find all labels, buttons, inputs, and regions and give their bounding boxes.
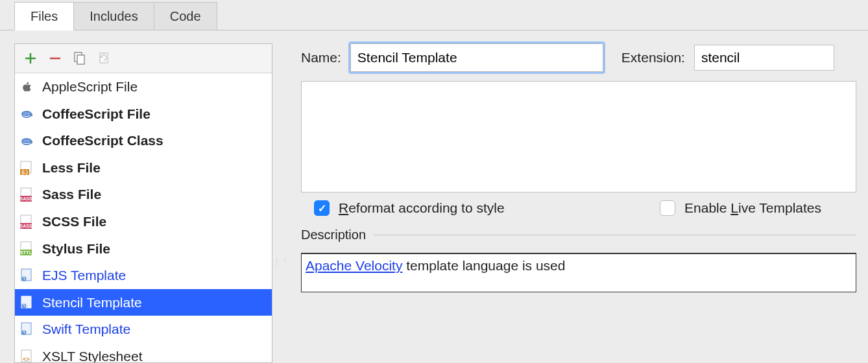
xslt-icon: <>: [19, 348, 36, 362]
sass-icon: SASS: [19, 186, 36, 203]
live-templates-checkbox[interactable]: [660, 200, 675, 216]
live-templates-label: Enable Live Templates: [684, 200, 821, 216]
description-text: template language is used: [402, 258, 565, 273]
revert-icon: [97, 51, 112, 65]
list-item-label: Sass File: [42, 183, 101, 205]
svg-text:STYL: STYL: [20, 250, 32, 255]
tab-code[interactable]: Code: [154, 2, 217, 30]
list-item[interactable]: Stencil Template: [15, 289, 272, 316]
template-content-textarea[interactable]: [301, 81, 856, 193]
template-list[interactable]: AppleScript FileCoffeeScript FileCoffeeS…: [15, 73, 272, 362]
tmpl-icon: [19, 294, 36, 311]
svg-text:{L}: {L}: [21, 170, 28, 175]
extension-label: Extension:: [621, 50, 685, 65]
name-row: Name: Extension:: [301, 43, 856, 72]
coffee-icon: [19, 105, 36, 122]
template-list-panel: AppleScript FileCoffeeScript FileCoffeeS…: [14, 43, 272, 363]
list-item[interactable]: CoffeeScript File: [15, 100, 272, 128]
tmpl-icon: [19, 321, 36, 338]
list-toolbar: [15, 44, 272, 73]
name-input[interactable]: [350, 43, 603, 72]
extension-input[interactable]: [694, 45, 834, 71]
svg-point-4: [22, 111, 31, 115]
apache-velocity-link[interactable]: Apache Velocity: [306, 258, 402, 273]
list-item-label: Stencil Template: [42, 292, 142, 314]
list-item-label: Stylus File: [42, 238, 110, 260]
list-item[interactable]: EJS Template: [15, 262, 272, 289]
list-item[interactable]: SASSSCSS File: [15, 208, 272, 235]
revert-button[interactable]: [97, 51, 112, 66]
add-button[interactable]: [23, 51, 38, 66]
list-item[interactable]: SASSSass File: [15, 181, 272, 208]
copy-button[interactable]: [72, 51, 88, 66]
list-item-label: EJS Template: [42, 264, 126, 287]
list-item[interactable]: STYLStylus File: [15, 235, 272, 263]
list-item-label: AppleScript File: [42, 76, 138, 98]
svg-text:<>: <>: [23, 356, 30, 362]
editor-panel: Name: Extension: Reformat according to s…: [282, 43, 856, 363]
list-item[interactable]: <>XSLT Stylesheet: [15, 343, 272, 362]
options-row: Reformat according to style Enable Live …: [301, 193, 856, 228]
sass-icon: SASS: [19, 213, 36, 230]
list-item-label: XSLT Stylesheet: [42, 345, 142, 362]
list-item-label: SCSS File: [42, 211, 106, 233]
reformat-checkbox[interactable]: [314, 200, 330, 216]
content-area: AppleScript FileCoffeeScript FileCoffeeS…: [0, 30, 868, 363]
svg-point-6: [22, 139, 31, 143]
list-item-label: CoffeeScript File: [42, 103, 151, 125]
plus-icon: [25, 53, 36, 64]
tab-files[interactable]: Files: [14, 2, 74, 30]
description-box: Apache Velocity template language is use…: [301, 253, 856, 292]
name-label: Name:: [301, 50, 341, 65]
less-icon: {L}: [19, 159, 36, 176]
list-item[interactable]: AppleScript File: [15, 73, 272, 100]
split-grip[interactable]: ⋮⋮: [272, 258, 282, 265]
svg-rect-1: [77, 55, 84, 64]
reformat-label: Reformat according to style: [339, 200, 505, 216]
description-header: Description: [301, 228, 856, 242]
tab-includes[interactable]: Includes: [73, 2, 154, 30]
apple-icon: [19, 78, 36, 95]
list-item-label: CoffeeScript Class: [42, 130, 163, 152]
divider-line: [374, 235, 856, 235]
svg-text:SASS: SASS: [19, 224, 32, 228]
styl-icon: STYL: [19, 240, 36, 257]
tmpl-icon: [19, 267, 36, 284]
svg-text:SASS: SASS: [19, 196, 32, 201]
copy-icon: [73, 51, 87, 65]
list-item[interactable]: Swift Template: [15, 316, 272, 343]
minus-icon: [49, 53, 61, 64]
list-item[interactable]: {L}Less File: [15, 154, 272, 182]
list-item[interactable]: CoffeeScript Class: [15, 127, 272, 154]
list-item-label: Less File: [42, 157, 101, 179]
coffee-icon: [19, 132, 36, 149]
remove-button[interactable]: [47, 51, 63, 66]
description-label: Description: [301, 228, 366, 242]
list-item-label: Swift Template: [42, 318, 130, 340]
tab-bar: Files Includes Code: [0, 0, 868, 30]
